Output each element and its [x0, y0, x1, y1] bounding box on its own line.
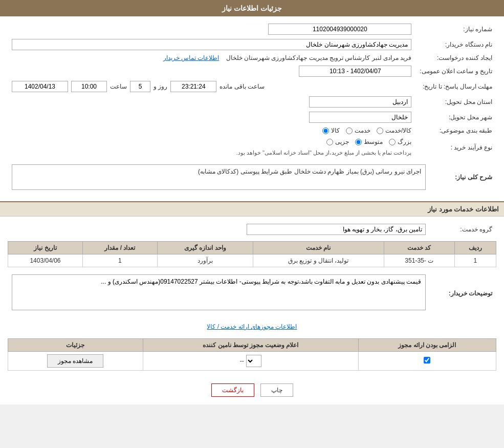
col-row: ردیف	[454, 242, 496, 254]
deadline-time-input[interactable]	[71, 81, 107, 92]
process-small[interactable]: جزیی	[326, 138, 349, 145]
permits-col-status: اعلام وضعیت مجوز توسط نامین کننده	[143, 339, 358, 352]
hours-remaining-label: ساعت باقی مانده	[220, 83, 265, 90]
cell-unit: برآورد	[157, 254, 253, 267]
col-code: کد خدمت	[384, 242, 454, 254]
days-label: روز و	[154, 83, 167, 90]
city-label: شهر محل تحویل:	[415, 110, 496, 125]
category-kala-khidmat[interactable]: کالا/خدمت	[377, 127, 411, 134]
permit-required-cell	[358, 352, 496, 371]
contact-link[interactable]: اطلاعات تماس خریدار	[163, 54, 220, 61]
category-khidmat[interactable]: خدمت	[346, 127, 370, 134]
back-button[interactable]: بازگشت	[211, 383, 254, 397]
category-kala[interactable]: کالا	[322, 127, 340, 134]
medium-label: متوسط	[364, 138, 383, 145]
kala-label: کالا	[331, 127, 340, 134]
description-label: شرح کلی نیاز:	[430, 162, 496, 192]
big-label: بزرگ	[398, 138, 411, 145]
col-unit: واحد اندازه گیری	[157, 242, 253, 254]
category-label: طبقه بندی موضوعی:	[415, 125, 496, 136]
announce-date-label: تاریخ و ساعت اعلان عمومی:	[415, 63, 496, 79]
cell-row: 1	[454, 254, 496, 267]
process-label: نوع فرآیند خرید :	[415, 136, 496, 158]
category-radio-kala-khidmat[interactable]	[377, 127, 383, 134]
permits-col-required: الزامی بودن ارائه مجوز	[358, 339, 496, 352]
buyer-org-input[interactable]	[12, 39, 411, 50]
col-date: تاریخ نیاز	[8, 242, 83, 254]
permit-status-select[interactable]: ▼	[246, 355, 261, 367]
col-name: نام خدمت	[253, 242, 384, 254]
process-medium[interactable]: متوسط	[355, 138, 383, 145]
deadline-date-input[interactable]	[12, 81, 68, 92]
khidmat-label: خدمت	[355, 127, 370, 134]
cell-code: ت -35-351	[384, 254, 454, 267]
services-table: ردیف کد خدمت نام خدمت واحد اندازه گیری ت…	[8, 241, 496, 267]
category-radio-kala[interactable]	[322, 127, 329, 134]
deadline-countdown-input	[170, 81, 216, 92]
creator-label: ایجاد کننده درخواست:	[415, 52, 496, 63]
cell-qty: 1	[82, 254, 157, 267]
city-input[interactable]	[309, 112, 411, 123]
buyer-notes-label: توضیحات خریدار:	[430, 272, 496, 314]
buyer-org-label: نام دستگاه خریدار:	[415, 37, 496, 52]
small-label: جزیی	[335, 138, 349, 145]
permit-required-checkbox[interactable]	[424, 357, 430, 364]
process-radio-big[interactable]	[389, 139, 396, 145]
deadline-label: مهلت ارسال پاسخ: تا تاریخ:	[415, 79, 496, 94]
permits-table: الزامی بودن ارائه مجوز اعلام وضعیت مجوز …	[8, 338, 496, 371]
time-label: ساعت	[110, 83, 127, 90]
page-title: جزئیات اطلاعات نیاز	[0, 0, 504, 16]
permit-status-value: --	[240, 357, 244, 365]
process-radio-medium[interactable]	[355, 139, 362, 145]
permit-status-cell: ▼ --	[143, 352, 358, 371]
description-box: اجرای نیرو رسانی (برق) بمیاز ظهارم دشت خ…	[12, 164, 426, 190]
need-number-input[interactable]	[268, 24, 411, 35]
list-item: ▼ -- مشاهده مجوز	[8, 352, 496, 371]
province-input[interactable]	[309, 96, 411, 108]
process-radio-small[interactable]	[326, 139, 333, 145]
process-note: پرداخت تمام یا بخشی از مبلغ خرید،از محل …	[236, 150, 412, 156]
province-label: استان محل تحویل:	[415, 94, 496, 110]
services-section-title: اطلاعات خدمات مورد نیاز	[0, 201, 504, 217]
cell-name: تولید، انتقال و توزیع برق	[253, 254, 384, 267]
service-group-input[interactable]	[247, 224, 426, 235]
announce-date-input[interactable]	[299, 66, 411, 77]
col-qty: تعداد / مقدار	[82, 242, 157, 254]
buyer-notes-textarea[interactable]: قیمت پیشنهادی بدون تعدیل و مابه التفاوت …	[12, 274, 426, 310]
permit-details-cell: مشاهده مجوز	[8, 352, 143, 371]
permits-col-details: جزئیات	[8, 339, 143, 352]
deadline-days-input	[130, 81, 150, 92]
service-group-label: گروه خدمت:	[430, 222, 496, 237]
permits-link[interactable]: اطلاعات مجوزهای ارائه خدمت / کالا	[0, 319, 504, 334]
need-number-label: شماره نیاز:	[415, 22, 496, 37]
kala-khidmat-label: کالا/خدمت	[385, 127, 411, 134]
creator-value: فرید مرادی لنبر کارشناس ترویج مدیریت جها…	[226, 54, 412, 61]
print-button[interactable]: چاپ	[260, 383, 293, 397]
table-row: 1 ت -35-351 تولید، انتقال و توزیع برق بر…	[8, 254, 496, 267]
category-radio-khidmat[interactable]	[346, 127, 353, 134]
process-big[interactable]: بزرگ	[389, 138, 411, 145]
view-permit-button[interactable]: مشاهده مجوز	[47, 354, 103, 368]
cell-date: 1403/04/06	[8, 254, 83, 267]
